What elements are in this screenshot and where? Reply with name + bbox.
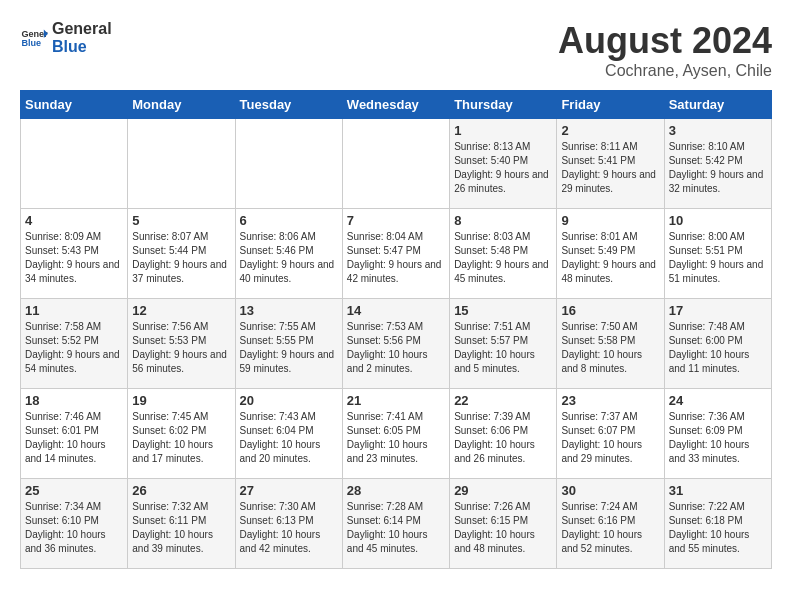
week-row-2: 4 Sunrise: 8:09 AMSunset: 5:43 PMDayligh… [21, 209, 772, 299]
day-cell: 27 Sunrise: 7:30 AMSunset: 6:13 PMDaylig… [235, 479, 342, 569]
svg-text:Blue: Blue [21, 38, 41, 48]
day-cell: 11 Sunrise: 7:58 AMSunset: 5:52 PMDaylig… [21, 299, 128, 389]
day-number: 18 [25, 393, 123, 408]
day-cell: 30 Sunrise: 7:24 AMSunset: 6:16 PMDaylig… [557, 479, 664, 569]
day-cell: 19 Sunrise: 7:45 AMSunset: 6:02 PMDaylig… [128, 389, 235, 479]
day-info: Sunrise: 7:45 AMSunset: 6:02 PMDaylight:… [132, 410, 230, 466]
day-cell: 8 Sunrise: 8:03 AMSunset: 5:48 PMDayligh… [450, 209, 557, 299]
day-info: Sunrise: 8:13 AMSunset: 5:40 PMDaylight:… [454, 140, 552, 196]
day-cell: 29 Sunrise: 7:26 AMSunset: 6:15 PMDaylig… [450, 479, 557, 569]
day-number: 8 [454, 213, 552, 228]
day-cell: 6 Sunrise: 8:06 AMSunset: 5:46 PMDayligh… [235, 209, 342, 299]
day-number: 7 [347, 213, 445, 228]
logo-general: General [52, 20, 112, 38]
day-info: Sunrise: 7:30 AMSunset: 6:13 PMDaylight:… [240, 500, 338, 556]
day-info: Sunrise: 7:36 AMSunset: 6:09 PMDaylight:… [669, 410, 767, 466]
day-number: 22 [454, 393, 552, 408]
page-header: General Blue General Blue August 2024 Co… [20, 20, 772, 80]
header-cell-wednesday: Wednesday [342, 91, 449, 119]
day-number: 24 [669, 393, 767, 408]
day-number: 21 [347, 393, 445, 408]
week-row-4: 18 Sunrise: 7:46 AMSunset: 6:01 PMDaylig… [21, 389, 772, 479]
day-number: 23 [561, 393, 659, 408]
day-cell: 17 Sunrise: 7:48 AMSunset: 6:00 PMDaylig… [664, 299, 771, 389]
header-cell-thursday: Thursday [450, 91, 557, 119]
week-row-1: 1 Sunrise: 8:13 AMSunset: 5:40 PMDayligh… [21, 119, 772, 209]
day-cell: 26 Sunrise: 7:32 AMSunset: 6:11 PMDaylig… [128, 479, 235, 569]
day-number: 28 [347, 483, 445, 498]
day-number: 14 [347, 303, 445, 318]
header-cell-tuesday: Tuesday [235, 91, 342, 119]
header-cell-sunday: Sunday [21, 91, 128, 119]
day-number: 1 [454, 123, 552, 138]
day-info: Sunrise: 7:37 AMSunset: 6:07 PMDaylight:… [561, 410, 659, 466]
day-number: 17 [669, 303, 767, 318]
calendar-subtitle: Cochrane, Aysen, Chile [558, 62, 772, 80]
calendar-body: 1 Sunrise: 8:13 AMSunset: 5:40 PMDayligh… [21, 119, 772, 569]
day-cell [128, 119, 235, 209]
day-info: Sunrise: 7:22 AMSunset: 6:18 PMDaylight:… [669, 500, 767, 556]
day-info: Sunrise: 7:28 AMSunset: 6:14 PMDaylight:… [347, 500, 445, 556]
day-cell: 22 Sunrise: 7:39 AMSunset: 6:06 PMDaylig… [450, 389, 557, 479]
header-cell-friday: Friday [557, 91, 664, 119]
day-info: Sunrise: 8:06 AMSunset: 5:46 PMDaylight:… [240, 230, 338, 286]
logo-blue: Blue [52, 38, 112, 56]
day-cell: 5 Sunrise: 8:07 AMSunset: 5:44 PMDayligh… [128, 209, 235, 299]
day-number: 30 [561, 483, 659, 498]
day-info: Sunrise: 8:00 AMSunset: 5:51 PMDaylight:… [669, 230, 767, 286]
day-number: 31 [669, 483, 767, 498]
day-cell: 31 Sunrise: 7:22 AMSunset: 6:18 PMDaylig… [664, 479, 771, 569]
day-number: 19 [132, 393, 230, 408]
calendar-table: SundayMondayTuesdayWednesdayThursdayFrid… [20, 90, 772, 569]
day-info: Sunrise: 8:03 AMSunset: 5:48 PMDaylight:… [454, 230, 552, 286]
day-info: Sunrise: 7:34 AMSunset: 6:10 PMDaylight:… [25, 500, 123, 556]
day-number: 26 [132, 483, 230, 498]
header-cell-saturday: Saturday [664, 91, 771, 119]
day-cell: 14 Sunrise: 7:53 AMSunset: 5:56 PMDaylig… [342, 299, 449, 389]
day-cell: 9 Sunrise: 8:01 AMSunset: 5:49 PMDayligh… [557, 209, 664, 299]
logo: General Blue General Blue [20, 20, 112, 55]
day-info: Sunrise: 7:48 AMSunset: 6:00 PMDaylight:… [669, 320, 767, 376]
day-cell: 25 Sunrise: 7:34 AMSunset: 6:10 PMDaylig… [21, 479, 128, 569]
day-number: 3 [669, 123, 767, 138]
calendar-header: SundayMondayTuesdayWednesdayThursdayFrid… [21, 91, 772, 119]
day-number: 2 [561, 123, 659, 138]
day-number: 4 [25, 213, 123, 228]
day-cell: 21 Sunrise: 7:41 AMSunset: 6:05 PMDaylig… [342, 389, 449, 479]
day-cell: 24 Sunrise: 7:36 AMSunset: 6:09 PMDaylig… [664, 389, 771, 479]
day-info: Sunrise: 8:04 AMSunset: 5:47 PMDaylight:… [347, 230, 445, 286]
day-info: Sunrise: 7:32 AMSunset: 6:11 PMDaylight:… [132, 500, 230, 556]
day-cell: 23 Sunrise: 7:37 AMSunset: 6:07 PMDaylig… [557, 389, 664, 479]
day-cell [342, 119, 449, 209]
day-info: Sunrise: 8:11 AMSunset: 5:41 PMDaylight:… [561, 140, 659, 196]
day-info: Sunrise: 7:56 AMSunset: 5:53 PMDaylight:… [132, 320, 230, 376]
week-row-5: 25 Sunrise: 7:34 AMSunset: 6:10 PMDaylig… [21, 479, 772, 569]
day-info: Sunrise: 8:07 AMSunset: 5:44 PMDaylight:… [132, 230, 230, 286]
day-number: 25 [25, 483, 123, 498]
day-number: 5 [132, 213, 230, 228]
day-info: Sunrise: 7:39 AMSunset: 6:06 PMDaylight:… [454, 410, 552, 466]
day-cell: 1 Sunrise: 8:13 AMSunset: 5:40 PMDayligh… [450, 119, 557, 209]
day-cell: 4 Sunrise: 8:09 AMSunset: 5:43 PMDayligh… [21, 209, 128, 299]
day-number: 16 [561, 303, 659, 318]
day-number: 10 [669, 213, 767, 228]
day-cell: 18 Sunrise: 7:46 AMSunset: 6:01 PMDaylig… [21, 389, 128, 479]
day-cell: 3 Sunrise: 8:10 AMSunset: 5:42 PMDayligh… [664, 119, 771, 209]
logo-icon: General Blue [20, 24, 48, 52]
day-number: 27 [240, 483, 338, 498]
day-number: 11 [25, 303, 123, 318]
day-cell: 13 Sunrise: 7:55 AMSunset: 5:55 PMDaylig… [235, 299, 342, 389]
day-number: 6 [240, 213, 338, 228]
day-info: Sunrise: 8:09 AMSunset: 5:43 PMDaylight:… [25, 230, 123, 286]
day-number: 13 [240, 303, 338, 318]
calendar-title: August 2024 [558, 20, 772, 62]
day-number: 9 [561, 213, 659, 228]
day-number: 29 [454, 483, 552, 498]
day-info: Sunrise: 7:53 AMSunset: 5:56 PMDaylight:… [347, 320, 445, 376]
day-cell: 7 Sunrise: 8:04 AMSunset: 5:47 PMDayligh… [342, 209, 449, 299]
day-cell: 10 Sunrise: 8:00 AMSunset: 5:51 PMDaylig… [664, 209, 771, 299]
day-info: Sunrise: 8:10 AMSunset: 5:42 PMDaylight:… [669, 140, 767, 196]
day-cell: 28 Sunrise: 7:28 AMSunset: 6:14 PMDaylig… [342, 479, 449, 569]
day-info: Sunrise: 7:55 AMSunset: 5:55 PMDaylight:… [240, 320, 338, 376]
header-row: SundayMondayTuesdayWednesdayThursdayFrid… [21, 91, 772, 119]
